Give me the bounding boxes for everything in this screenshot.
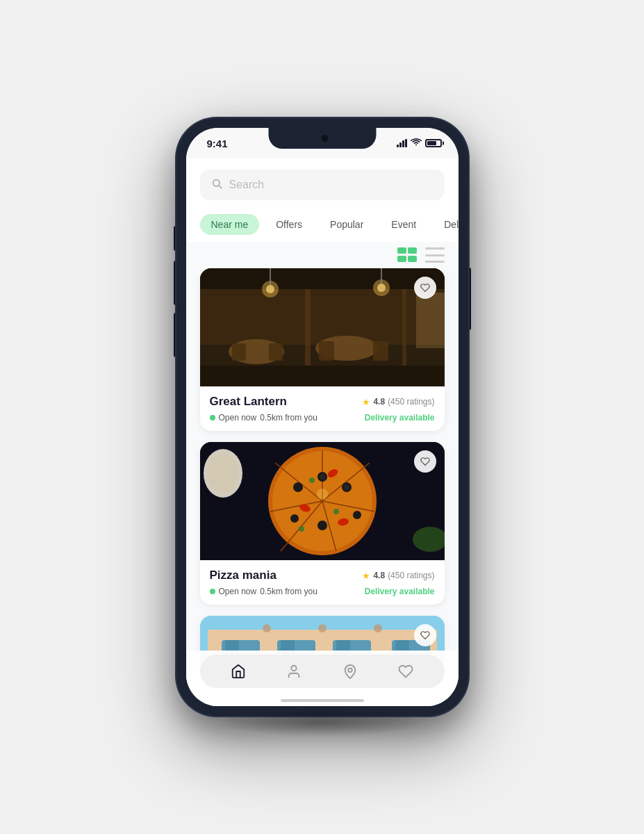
nav-profile[interactable] [284,662,304,681]
svg-point-34 [344,484,349,490]
delivery-status-1: Delivery available [365,413,435,423]
distance-1: 0.5km from you [260,413,317,423]
restaurant-card-1[interactable]: Great Lantern ★ 4.8 (450 ratings) [200,268,445,431]
svg-rect-19 [402,289,406,366]
svg-point-47 [208,454,238,493]
svg-point-59 [263,624,271,632]
favorite-button-2[interactable] [414,450,436,473]
rating-count-2: (450 ratings) [388,571,434,580]
favorite-button-1[interactable] [414,277,436,299]
svg-point-37 [290,514,299,523]
distance-2: 0.5km from you [260,587,317,596]
svg-point-42 [309,477,315,483]
search-icon [211,178,222,192]
tab-popular[interactable]: Popular [319,214,374,235]
svg-rect-8 [269,343,283,361]
phone-mockup: 9:41 [176,118,468,716]
svg-point-60 [318,624,327,632]
svg-rect-4 [200,289,445,345]
app-content: Search Near me Offers Popular Event Deli [186,158,459,706]
svg-point-45 [317,489,328,500]
svg-rect-10 [373,341,388,361]
open-status-2: Open now [219,587,257,596]
grid-view-button[interactable] [397,247,417,263]
svg-line-1 [219,186,222,188]
battery-fill [427,141,437,145]
battery-icon [425,139,442,147]
rating-value-2: 4.8 [373,571,385,580]
nav-favorites[interactable] [396,662,415,681]
tab-offers[interactable]: Offers [265,214,313,235]
pizza-image [200,442,445,560]
delivery-status-2: Delivery available [365,587,435,596]
restaurant-status-1: Open now 0.5km from you [210,413,317,423]
nav-pill [200,655,445,688]
svg-point-38 [317,521,327,530]
card-info-1: Great Lantern ★ 4.8 (450 ratings) [200,386,445,431]
tab-deli[interactable]: Deli [433,214,458,235]
list-view-button[interactable] [425,247,445,263]
open-indicator-2 [210,589,215,594]
restaurant-card-2[interactable]: Pizza mania ★ 4.8 (450 ratings) [200,442,445,605]
phone-shell: 9:41 [176,118,468,716]
signal-icon [397,139,407,147]
filter-tabs: Near me Offers Popular Event Deli [186,207,459,242]
svg-point-64 [348,668,352,672]
volume-up-button [174,261,176,305]
volume-down-button [174,313,176,357]
restaurant-interior-image [200,268,445,386]
rating-value-1: 4.8 [373,397,385,407]
wifi-icon [411,138,422,149]
svg-point-61 [374,624,382,632]
mute-button [174,226,176,251]
svg-point-36 [353,511,361,519]
restaurant-status-2: Open now 0.5km from you [210,587,317,596]
search-input[interactable]: Search [229,179,434,191]
star-icon-1: ★ [362,397,370,407]
restaurant-rating-1: ★ 4.8 (450 ratings) [362,397,434,407]
bottom-nav [186,651,459,706]
svg-rect-9 [319,341,334,361]
restaurant-list: Great Lantern ★ 4.8 (450 ratings) [186,268,459,674]
phone-screen: 9:41 [186,128,459,706]
open-status-1: Open now [219,413,257,423]
search-container: Search [186,158,459,207]
svg-rect-20 [416,293,445,348]
camera-dot [322,135,329,142]
restaurant-name-2: Pizza mania [210,569,276,582]
svg-point-15 [377,284,386,292]
svg-point-35 [293,482,303,492]
svg-rect-17 [200,366,445,386]
phone-shadow [218,709,427,737]
restaurant-rating-2: ★ 4.8 (450 ratings) [362,571,434,581]
power-button [468,268,471,330]
status-time: 9:41 [207,138,228,149]
tab-event[interactable]: Event [380,214,427,235]
notch [268,128,376,149]
restaurant-name-1: Great Lantern [210,395,287,409]
card-info-2: Pizza mania ★ 4.8 (450 ratings) [200,560,445,605]
svg-point-43 [333,509,339,514]
open-indicator-1 [210,415,215,420]
card-image-1 [200,268,445,386]
star-icon-2: ★ [362,571,370,581]
favorite-button-3[interactable] [414,624,436,646]
search-bar[interactable]: Search [200,170,445,200]
status-icons [397,138,442,149]
home-indicator [281,699,364,702]
tab-near-me[interactable]: Near me [200,214,260,235]
svg-rect-18 [305,289,311,366]
card-image-2 [200,442,445,560]
svg-point-63 [292,666,297,671]
svg-rect-7 [232,343,246,361]
svg-point-44 [299,526,304,532]
nav-home[interactable] [229,662,248,681]
rating-count-1: (450 ratings) [388,397,434,407]
view-toggle-row [186,242,459,268]
nav-location[interactable] [340,662,360,681]
svg-point-32 [320,474,325,480]
svg-point-12 [266,285,274,293]
